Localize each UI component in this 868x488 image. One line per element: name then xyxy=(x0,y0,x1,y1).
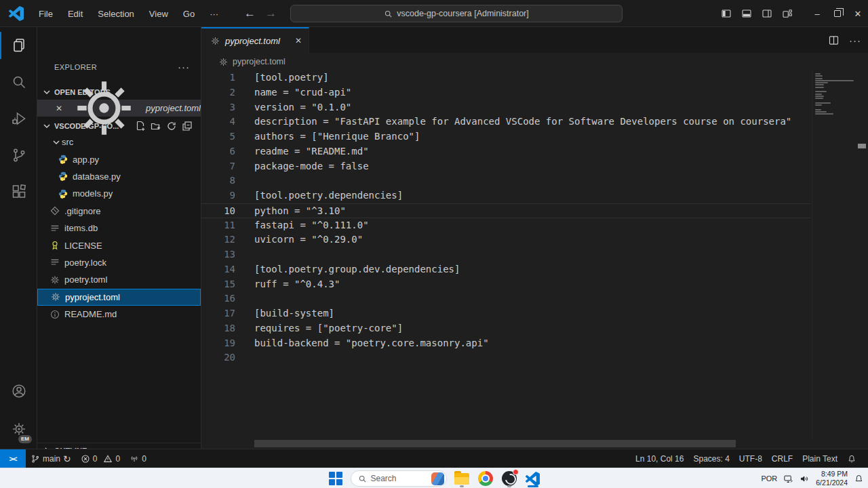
menu-selection[interactable]: Selection xyxy=(90,6,141,22)
split-editor-icon[interactable] xyxy=(828,35,840,46)
line-number[interactable]: 18 xyxy=(201,321,235,336)
problems-indicator[interactable]: 0 0 xyxy=(76,449,125,468)
language-mode[interactable]: Plain Text xyxy=(797,454,842,464)
activity-search[interactable] xyxy=(0,64,37,100)
notification-bell-icon[interactable] xyxy=(854,474,864,484)
activity-extensions[interactable] xyxy=(0,174,37,210)
code-editor[interactable]: 1[tool.poetry]2name = "crud-api"3version… xyxy=(201,70,810,449)
toggle-sidebar-icon[interactable] xyxy=(716,0,736,27)
indentation[interactable]: Spaces: 4 xyxy=(688,454,734,464)
workspace-header[interactable]: VSCODE-GP-CO... xyxy=(37,117,201,134)
line-number[interactable]: 2 xyxy=(201,85,235,100)
chrome-app[interactable] xyxy=(477,470,494,487)
branch-indicator[interactable]: main ↻ xyxy=(26,449,76,468)
line-number[interactable]: 8 xyxy=(201,174,235,188)
toggle-secondary-sidebar-icon[interactable] xyxy=(757,0,777,27)
menu-edit[interactable]: Edit xyxy=(60,6,90,22)
tree-file-poetry-toml[interactable]: poetry.toml xyxy=(37,271,201,288)
code-line[interactable]: 7package-mode = false xyxy=(201,159,810,174)
code-line[interactable]: 8 xyxy=(201,174,810,188)
line-number[interactable]: 6 xyxy=(201,144,235,159)
minimize-button[interactable]: – xyxy=(807,0,827,27)
tree-file-database-py[interactable]: database.py xyxy=(37,168,201,185)
sidebar-more-actions[interactable]: ··· xyxy=(178,61,190,73)
code-line[interactable]: 3version = "0.1.0" xyxy=(201,100,810,115)
activity-explorer[interactable] xyxy=(0,27,37,64)
restore-button[interactable] xyxy=(827,0,848,27)
clock[interactable]: 8:49 PM6/21/2024 xyxy=(816,470,848,487)
line-number[interactable]: 11 xyxy=(201,218,235,233)
line-number[interactable]: 16 xyxy=(201,291,235,306)
menu-file[interactable]: File xyxy=(31,6,60,22)
new-file-icon[interactable] xyxy=(135,121,146,131)
refresh-icon[interactable] xyxy=(166,121,177,131)
code-line[interactable]: 20 xyxy=(201,350,810,365)
menu-view[interactable]: View xyxy=(142,6,176,22)
new-folder-icon[interactable] xyxy=(151,121,161,131)
line-number[interactable]: 12 xyxy=(201,232,235,247)
line-number[interactable]: 10 xyxy=(201,204,235,218)
vscode-app[interactable] xyxy=(524,470,542,487)
line-number[interactable]: 15 xyxy=(201,277,235,292)
line-number[interactable]: 19 xyxy=(201,336,235,351)
taskbar-search[interactable]: Search xyxy=(351,470,447,487)
speaker-icon[interactable] xyxy=(800,474,810,484)
line-number[interactable]: 1 xyxy=(201,70,235,85)
collapse-all-icon[interactable] xyxy=(182,121,193,131)
ports-indicator[interactable]: 0 xyxy=(125,449,151,468)
command-center-search[interactable]: vscode-gp-coursera [Administrator] xyxy=(290,5,623,22)
tree-file-items-db[interactable]: items.db xyxy=(37,220,201,237)
encoding[interactable]: UTF-8 xyxy=(734,454,767,464)
code-line[interactable]: 11fastapi = "^0.111.0" xyxy=(201,218,810,233)
code-line[interactable]: 2name = "crud-api" xyxy=(201,85,810,100)
tree-file-app-py[interactable]: app.py xyxy=(37,150,201,167)
scrollbar-thumb[interactable] xyxy=(858,144,866,148)
vertical-scrollbar[interactable] xyxy=(856,70,868,449)
code-line[interactable]: 19build-backend = "poetry.core.masonry.a… xyxy=(201,336,810,351)
close-icon[interactable]: ✕ xyxy=(295,36,302,45)
eol-sequence[interactable]: CRLF xyxy=(767,454,797,464)
forward-arrow-icon[interactable]: → xyxy=(265,7,277,20)
language-indicator[interactable]: POR xyxy=(761,474,777,483)
code-line[interactable]: 17[build-system] xyxy=(201,306,810,321)
line-number[interactable]: 5 xyxy=(201,129,235,144)
customize-layout-icon[interactable] xyxy=(777,0,797,27)
tree-file-pyproject-toml[interactable]: pyproject.toml xyxy=(37,289,201,306)
tree-file-license[interactable]: LICENSE xyxy=(37,237,201,253)
line-number[interactable]: 20 xyxy=(201,350,235,365)
back-arrow-icon[interactable]: ← xyxy=(244,7,256,20)
menu-more[interactable]: ··· xyxy=(202,6,226,22)
code-line[interactable]: 4description = "FastAPI example for Adva… xyxy=(201,115,810,129)
code-line[interactable]: 16 xyxy=(201,291,810,306)
open-editor-item[interactable]: ✕ pyproject.toml xyxy=(37,100,201,117)
remote-indicator[interactable]: >< xyxy=(0,449,26,468)
obs-app[interactable] xyxy=(500,470,518,487)
code-line[interactable]: 18requires = ["poetry-core"] xyxy=(201,321,810,336)
toggle-panel-icon[interactable] xyxy=(736,0,757,27)
tab-pyproject-toml[interactable]: pyproject.toml ✕ xyxy=(201,27,309,53)
line-number[interactable]: 4 xyxy=(201,115,235,129)
close-icon[interactable]: ✕ xyxy=(56,104,62,113)
code-line[interactable]: 15ruff = "^0.4.3" xyxy=(201,277,810,292)
line-number[interactable]: 7 xyxy=(201,159,235,174)
line-number[interactable]: 14 xyxy=(201,262,235,277)
code-line[interactable]: 12uvicorn = "^0.29.0" xyxy=(201,232,810,247)
code-line[interactable]: 10python = "^3.10" xyxy=(201,203,810,218)
tree-file-gitignore[interactable]: .gitignore xyxy=(37,203,201,220)
close-button[interactable]: ✕ xyxy=(848,0,868,27)
start-button[interactable] xyxy=(327,470,344,487)
line-number[interactable]: 17 xyxy=(201,306,235,321)
code-line[interactable]: 14[tool.poetry.group.dev.dependencies] xyxy=(201,262,810,277)
activity-source-control[interactable] xyxy=(0,137,37,174)
activity-run-debug[interactable] xyxy=(0,100,37,137)
tree-folder-src[interactable]: src xyxy=(37,134,201,150)
code-line[interactable]: 5authors = ["Henrique Branco"] xyxy=(201,129,810,144)
outline-section[interactable]: OUTLINE xyxy=(37,443,201,449)
horizontal-scrollbar-thumb[interactable] xyxy=(254,440,736,447)
file-explorer-app[interactable] xyxy=(453,470,471,487)
menu-go[interactable]: Go xyxy=(176,6,202,22)
code-line[interactable]: 9[tool.poetry.dependencies] xyxy=(201,188,810,203)
network-icon[interactable] xyxy=(783,474,793,484)
line-number[interactable]: 3 xyxy=(201,100,235,115)
tree-file-readme-md[interactable]: README.md xyxy=(37,306,201,323)
